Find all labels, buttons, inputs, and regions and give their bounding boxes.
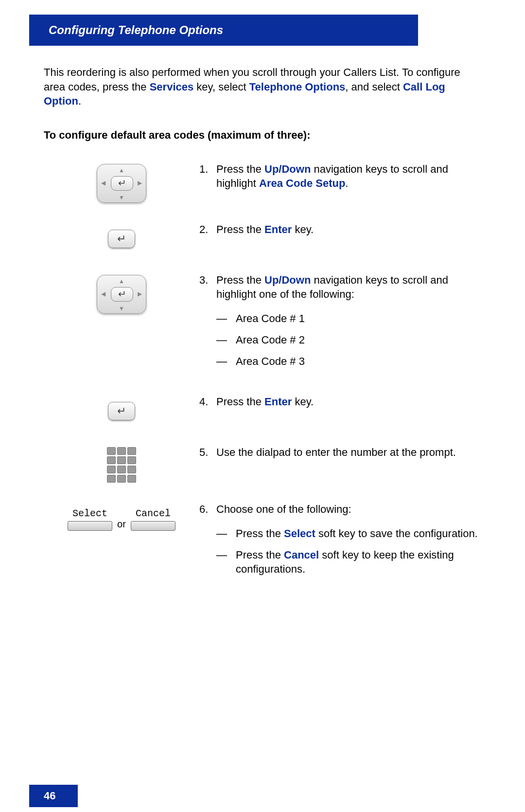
intro-text: key, select bbox=[193, 81, 249, 93]
step-3: ▲ ▼ ◀ ▶ ↵ 3. Press the Up/Down navigatio… bbox=[44, 273, 481, 375]
step-6: Select or Cancel 6. Choose one of the fo… bbox=[44, 502, 481, 583]
step-text: Choose one of the following: —Press the … bbox=[216, 502, 481, 583]
step-number: 1. bbox=[199, 162, 216, 191]
step-number: 5. bbox=[199, 445, 216, 460]
dialpad-icon bbox=[44, 445, 199, 483]
enter-link: Enter bbox=[264, 223, 292, 235]
step-number: 2. bbox=[199, 222, 216, 237]
intro-text: , and select bbox=[345, 81, 403, 93]
page-title: Configuring Telephone Options bbox=[29, 15, 418, 46]
step-text: Press the Up/Down navigation keys to scr… bbox=[216, 273, 481, 375]
step-5: 5. Use the dialpad to enter the number a… bbox=[44, 445, 481, 483]
cancel-softkey: Cancel bbox=[131, 507, 175, 531]
enter-key-icon: ↵ bbox=[44, 395, 199, 426]
option-area-code-3: Area Code # 3 bbox=[236, 354, 305, 369]
dpad-icon: ▲ ▼ ◀ ▶ ↵ bbox=[44, 273, 199, 314]
step-4: ↵ 4. Press the Enter key. bbox=[44, 395, 481, 426]
content-area: This reordering is also performed when y… bbox=[0, 46, 525, 583]
document-page: Configuring Telephone Options This reord… bbox=[0, 15, 525, 812]
services-link: Services bbox=[150, 81, 194, 93]
step-text: Press the Enter key. bbox=[216, 395, 481, 409]
select-softkey: Select bbox=[68, 507, 112, 531]
step-number: 3. bbox=[199, 273, 216, 375]
option-area-code-1: Area Code # 1 bbox=[236, 311, 305, 326]
step-1: ▲ ▼ ◀ ▶ ↵ 1. Press the Up/Down navigatio… bbox=[44, 162, 481, 203]
intro-text: . bbox=[78, 95, 81, 107]
cancel-link: Cancel bbox=[284, 549, 319, 561]
enter-key-icon: ↵ bbox=[44, 222, 199, 253]
step-number: 6. bbox=[199, 502, 216, 583]
enter-link: Enter bbox=[264, 396, 292, 408]
step-text: Press the Enter key. bbox=[216, 222, 481, 237]
step-text: Press the Up/Down navigation keys to scr… bbox=[216, 162, 481, 191]
or-text: or bbox=[117, 518, 126, 531]
select-link: Select bbox=[284, 527, 315, 540]
area-code-setup-link: Area Code Setup bbox=[259, 177, 345, 189]
up-down-link: Up/Down bbox=[264, 274, 311, 286]
page-number: 46 bbox=[29, 785, 78, 807]
up-down-link: Up/Down bbox=[264, 163, 311, 175]
intro-paragraph: This reordering is also performed when y… bbox=[44, 65, 481, 108]
option-area-code-2: Area Code # 2 bbox=[236, 333, 305, 347]
step-text: Use the dialpad to enter the number at t… bbox=[216, 445, 481, 460]
step-number: 4. bbox=[199, 395, 216, 409]
step-2: ↵ 2. Press the Enter key. bbox=[44, 222, 481, 253]
section-heading: To configure default area codes (maximum… bbox=[44, 128, 481, 143]
softkey-icons: Select or Cancel bbox=[44, 502, 199, 533]
telephone-options-link: Telephone Options bbox=[249, 81, 346, 93]
dpad-icon: ▲ ▼ ◀ ▶ ↵ bbox=[44, 162, 199, 203]
